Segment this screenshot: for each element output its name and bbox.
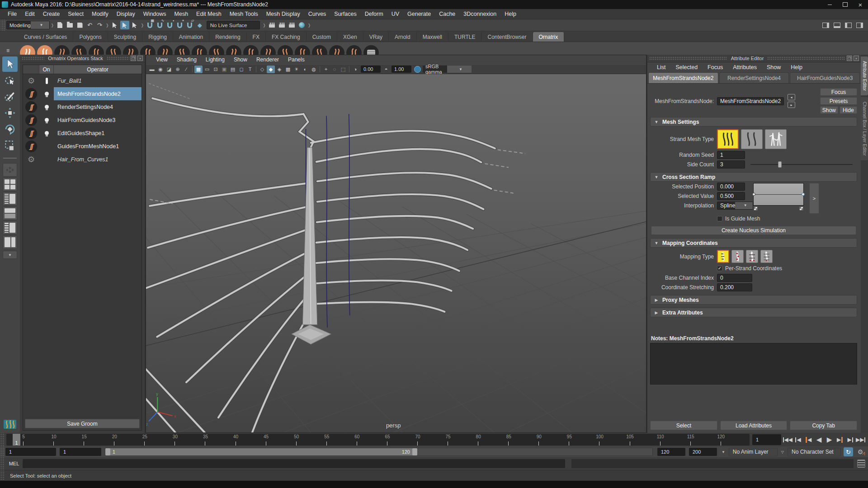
select-tool[interactable] — [2, 56, 18, 72]
playback-end-field[interactable]: 120 — [657, 448, 685, 456]
panel-grip[interactable] — [107, 56, 129, 60]
side-count-slider[interactable] — [750, 164, 853, 165]
select-hierarchy-icon[interactable] — [110, 21, 119, 29]
panel-grip[interactable] — [767, 56, 845, 60]
script-editor-icon[interactable] — [857, 460, 865, 468]
help-line-grip[interactable] — [0, 470, 5, 481]
viewport-menu-item[interactable]: View — [151, 56, 172, 63]
shelf-tab[interactable]: Rendering — [209, 32, 246, 42]
menu-item[interactable]: Windows — [139, 11, 170, 17]
shelf-tab[interactable]: Curves / Surfaces — [18, 32, 73, 42]
float-panel-icon[interactable]: ❐ — [847, 56, 852, 61]
attribute-editor-tab[interactable]: MeshFromStrandsNode2 — [648, 72, 718, 83]
viewport-menu-item[interactable]: Lighting — [201, 56, 229, 63]
screen-space-ao-icon[interactable]: ◍ — [310, 66, 318, 73]
shelf-tab[interactable]: Ornatrix — [533, 32, 565, 42]
timeline-ruler[interactable]: 1 51015202530354045505560657075808590951… — [6, 434, 750, 446]
layout-outliner-persp[interactable] — [3, 192, 17, 206]
operator-name[interactable]: HairFromGuidesNode3 — [54, 113, 142, 127]
ornatrix-logo-icon[interactable] — [3, 418, 17, 431]
animation-preferences-icon[interactable]: ⚙ — [855, 447, 865, 456]
strand-mesh-type-cylindrical[interactable] — [717, 129, 739, 149]
sidebar-tab[interactable]: Channel Box / Layer Editor — [861, 97, 868, 160]
ramp-delete-left-icon[interactable] — [754, 206, 758, 211]
camera-attributes-icon[interactable]: ▬ — [148, 66, 156, 73]
command-input[interactable] — [23, 459, 565, 468]
EditGuidesShape1[interactable]: EditGuidesShape1 — [23, 127, 142, 140]
playback-speed-dropdown-icon[interactable]: ▼ — [722, 450, 725, 454]
layout-persp-graph[interactable] — [3, 206, 17, 220]
viewport-menu-item[interactable]: Shading — [172, 56, 201, 63]
exposure-icon[interactable]: ◑ — [351, 66, 359, 73]
viewport-menu-item[interactable]: Renderer — [252, 56, 283, 63]
layout-persp-outliner[interactable] — [3, 235, 17, 249]
shadows-icon[interactable]: ◐ — [301, 66, 309, 73]
layout-single-pane[interactable] — [3, 163, 17, 177]
rotate-tool[interactable] — [2, 122, 18, 137]
two-d-pan-zoom-icon[interactable]: ⊕ — [174, 66, 182, 73]
mapping-type-per-segment[interactable] — [717, 250, 729, 263]
attribute-editor-tab[interactable]: HairFromGuidesNode3 — [790, 72, 860, 83]
render-view-icon[interactable] — [297, 21, 306, 29]
is-guide-mesh-checkbox[interactable] — [717, 216, 722, 221]
shelf-tab[interactable]: XGen — [337, 32, 363, 42]
cross-section-ramp-widget[interactable] — [753, 183, 804, 206]
menu-item[interactable]: Surfaces — [330, 11, 360, 17]
Fur_Ball1[interactable]: Fur_Ball1 — [23, 74, 142, 87]
viewport-canvas[interactable]: y x z persp — [146, 74, 646, 432]
tool-settings-toggle-icon[interactable] — [844, 21, 853, 29]
GuidesFromMeshNode1[interactable]: GuidesFromMeshNode1 — [23, 140, 142, 153]
viewport-menu-item[interactable]: Panels — [283, 56, 309, 63]
viewport-menu-item[interactable]: Show — [229, 56, 252, 63]
shelf-tab[interactable]: VRay — [363, 32, 389, 42]
random-seed-field[interactable]: 1 — [717, 151, 745, 159]
go-to-end-button[interactable]: ▶▶ — [856, 435, 865, 444]
menu-item[interactable]: Curves — [304, 11, 330, 17]
snap-grid-icon[interactable] — [146, 21, 155, 29]
step-back-key-button[interactable]: ◀ — [804, 435, 813, 444]
menu-item[interactable]: Mesh Tools — [226, 11, 262, 17]
image-plane-icon[interactable]: ◪ — [165, 66, 173, 73]
attribute-editor-footer-button[interactable]: Load Attributes — [720, 421, 788, 430]
playback-start-field[interactable]: 1 — [60, 448, 101, 456]
attribute-editor-menu-item[interactable]: Selected — [670, 64, 703, 70]
attribute-editor-menu-item[interactable]: Show — [762, 64, 786, 70]
minimize-button[interactable] — [822, 0, 837, 9]
animation-start-field[interactable]: 1 — [5, 448, 56, 456]
snap-projected-center-icon[interactable] — [175, 21, 184, 29]
xray-icon[interactable]: ◌ — [330, 66, 339, 73]
interpolation-dropdown[interactable]: Spline ▼ — [717, 202, 753, 210]
operator-name[interactable]: Hair_From_Curves1 — [54, 153, 142, 166]
cross-section-ramp-section-header[interactable]: ▼ Cross Section Ramp — [650, 172, 857, 182]
operator-name[interactable]: RenderSettingsNode4 — [54, 100, 142, 113]
group-collapse-arrow[interactable]: ❭ — [106, 23, 109, 28]
anim-layer-select[interactable]: No Anim Layer — [729, 448, 778, 456]
shelf-tab[interactable]: Arnold — [389, 32, 417, 42]
shelf-tab[interactable]: TURTLE — [448, 32, 481, 42]
strand-mesh-type-proxy[interactable] — [765, 129, 787, 149]
mesh-settings-section-header[interactable]: ▼ Mesh Settings — [650, 117, 857, 127]
textured-icon[interactable]: ▩ — [284, 66, 292, 73]
float-panel-icon[interactable]: ❐ — [131, 56, 136, 61]
close-panel-icon[interactable]: × — [854, 56, 859, 61]
save-scene-icon[interactable] — [75, 21, 85, 29]
attribute-editor-footer-button[interactable]: Copy Tab — [790, 421, 857, 430]
step-forward-key-button[interactable]: ▶ — [835, 435, 844, 444]
ipr-render-icon[interactable] — [277, 21, 286, 29]
lasso-tool[interactable] — [2, 73, 18, 88]
bookmark-icon[interactable]: ◉ — [156, 66, 165, 73]
auto-keyframe-toggle[interactable]: ↻ — [844, 447, 853, 456]
group-collapse-arrow[interactable]: ❭ — [263, 23, 266, 28]
mapping-coordinates-section-header[interactable]: ▼ Mapping Coordinates — [650, 238, 857, 248]
shelf-tab[interactable]: Sculpting — [108, 32, 142, 42]
menu-item[interactable]: Help — [500, 11, 520, 17]
shaded-icon[interactable]: ◆ — [267, 66, 275, 73]
menu-item[interactable]: Modify — [88, 11, 113, 17]
mapping-type-per-strand[interactable] — [731, 250, 744, 263]
shelf-tab[interactable]: FX Caching — [266, 32, 307, 42]
menu-item[interactable]: Edit Mesh — [192, 11, 226, 17]
coordinate-stretching-field[interactable]: 0.200 — [717, 283, 752, 291]
Hair_From_Curves1[interactable]: Hair_From_Curves1 — [23, 153, 142, 166]
field-chart-icon[interactable]: ▤ — [229, 66, 237, 73]
operator-name[interactable]: GuidesFromMeshNode1 — [54, 140, 142, 153]
